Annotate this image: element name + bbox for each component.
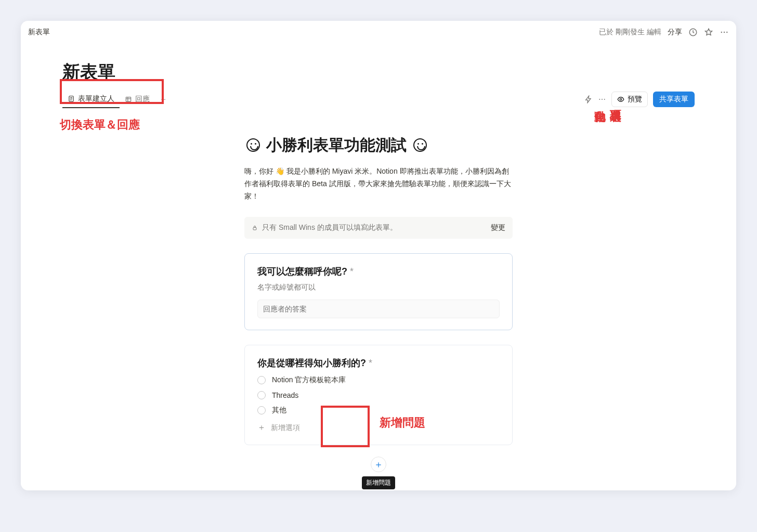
svg-point-3 [726,32,727,33]
add-option-label: 新增選項 [271,423,300,433]
add-question-area: ＋ 新增問題 [244,457,513,489]
tabs-group: 表單建立人 回應 ＋ [62,90,172,108]
tabs-row: 表單建立人 回應 ＋ 預覽 共享表單 [62,90,695,109]
option-row[interactable]: 其他 [257,406,500,415]
svg-point-2 [724,32,725,33]
form-description[interactable]: 嗨，你好 👋 我是小勝利的 Miyavi 米米。Notion 即將推出表單功能，… [244,165,513,202]
plus-icon: ＋ [257,422,266,433]
page-title[interactable]: 新表單 [62,60,695,84]
tab-responses-label: 回應 [135,95,150,104]
annotation-label: 切換表單＆回應 [60,117,140,133]
required-mark: * [369,358,372,368]
access-change-button[interactable]: 變更 [491,223,505,232]
svg-point-1 [721,32,722,33]
edited-label: 已於 剛剛發生 編輯 [599,28,661,37]
toolbar-right: 預覽 共享表單 [584,92,695,107]
clock-icon[interactable] [688,28,698,37]
option-label: Threads [272,391,298,399]
table-icon [125,96,132,103]
question-card-2[interactable]: 你是從哪裡得知小勝利的? * Notion 官方模板範本庫 Threads 其他… [244,345,513,445]
tab-form-builder[interactable]: 表單建立人 [62,90,120,108]
option-label: Notion 官方模板範本庫 [272,375,346,385]
smiley-icon [246,138,260,152]
option-row[interactable]: Notion 官方模板範本庫 [257,375,500,385]
form-title-text: 小勝利表單功能測試 [266,136,407,153]
radio-icon [257,376,266,384]
radio-icon [257,391,266,399]
annotation-label: 新增問題 [380,415,425,431]
more-icon[interactable] [720,28,729,37]
app-window: 新表單 已於 剛剛發生 編輯 分享 新表單 表單建立人 [21,21,736,490]
preview-label: 預覽 [628,95,642,104]
radio-icon [257,406,266,414]
more-options-icon[interactable] [598,95,606,103]
svg-point-9 [620,98,622,100]
topbar: 新表單 已於 剛剛發生 編輯 分享 [21,21,736,44]
add-option-button[interactable]: ＋ 新增選項 [257,422,500,433]
tab-builder-label: 表單建立人 [78,94,114,103]
eye-icon [617,96,624,103]
lock-icon [252,225,258,231]
option-label: 其他 [272,406,286,415]
form-icon [68,95,75,102]
svg-rect-5 [126,97,130,101]
question-card-1[interactable]: 我可以怎麼稱呼你呢? * 名字或綽號都可以 [244,253,513,330]
add-question-button[interactable]: ＋ [371,457,386,472]
svg-point-6 [599,99,600,100]
question-title[interactable]: 我可以怎麼稱呼你呢? * [257,265,500,278]
option-row[interactable]: Threads [257,391,500,399]
question-subtitle[interactable]: 名字或綽號都可以 [257,283,500,292]
svg-point-8 [604,99,605,100]
add-tab-button[interactable]: ＋ [155,94,172,105]
q1-title-text: 我可以怎麼稱呼你呢? [257,266,347,277]
star-icon[interactable] [704,28,713,37]
required-mark: * [350,266,354,277]
page-body: 新表單 表單建立人 回應 ＋ [21,44,736,490]
share-button[interactable]: 分享 [668,28,682,37]
bolt-icon[interactable] [584,95,593,103]
add-question-tooltip: 新增問題 [362,476,395,489]
topbar-actions: 已於 剛剛發生 編輯 分享 [599,28,729,37]
share-form-button[interactable]: 共享表單 [653,92,695,107]
question-title[interactable]: 你是從哪裡得知小勝利的? * [257,357,500,369]
access-text: 只有 Small Wins 的成員可以填寫此表單。 [262,223,397,232]
svg-point-7 [602,99,603,100]
form-area: 小勝利表單功能測試 嗨，你好 👋 我是小勝利的 Miyavi 米米。Notion… [244,135,513,489]
smiley-icon [413,138,427,152]
tab-responses[interactable]: 回應 [120,90,155,108]
breadcrumb[interactable]: 新表單 [28,28,50,37]
answer-input[interactable] [257,300,500,318]
q2-title-text: 你是從哪裡得知小勝利的? [257,358,366,368]
preview-button[interactable]: 預覽 [611,92,648,107]
form-title[interactable]: 小勝利表單功能測試 [244,135,513,156]
access-note: 只有 Small Wins 的成員可以填寫此表單。 變更 [244,217,513,239]
svg-rect-10 [253,228,256,230]
